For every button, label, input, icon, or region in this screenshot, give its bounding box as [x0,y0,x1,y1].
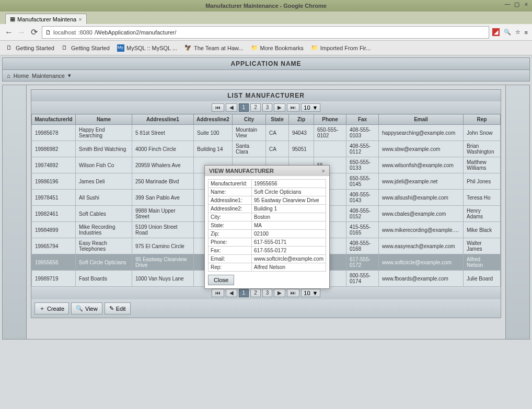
dialog-field-label: Name: [209,188,252,196]
table-cell: www.allsushi@example.com [379,190,464,206]
edit-button[interactable]: ✎Edit [105,302,131,314]
browser-tab[interactable]: ▦ Manufacturer Maintena × [5,14,87,24]
pager-last[interactable]: ⏭ [287,103,299,112]
table-cell: Alfred Nelson [464,254,501,271]
back-button[interactable]: ← [4,28,14,37]
url-path: /WebApplication2/manufacturer/ [95,29,176,36]
pager-page-3[interactable]: 3 [262,289,273,297]
extension-icon[interactable]: ◢ [492,28,500,36]
table-cell: 408-555-0112 [346,141,379,157]
table-cell: 4000 Finch Circle [132,141,194,157]
pager-prev[interactable]: ◀ [226,289,237,297]
dialog-field-label: Addressline2: [209,205,252,213]
column-header[interactable]: Email [379,114,464,125]
dialog-field-label: State: [209,221,252,230]
pencil-icon: ✎ [109,305,114,312]
crumb-home[interactable]: Home [14,73,29,79]
table-cell: www.jdeli@example.net [379,173,464,190]
browser-toolbar: ← → ⟳ 🗋 localhost:8080/WebApplication2/m… [0,24,532,41]
table-cell: Mountain View [233,125,266,141]
bookmark-item[interactable]: MyMySQL :: MySQL ... [117,44,177,52]
pager-next[interactable]: ▶ [274,289,285,297]
home-icon[interactable]: ⌂ [7,73,10,79]
column-header[interactable]: Zip [289,114,314,125]
panel-title: LIST MANUFACTURER [31,90,501,101]
forward-button[interactable]: → [17,28,26,37]
pager-first[interactable]: ⏮ [212,289,224,297]
column-header[interactable]: Addressline2 [194,114,233,125]
page-size-select[interactable]: 10 ▼ [301,103,320,112]
pager-prev[interactable]: ◀ [226,103,237,112]
bookmark-item[interactable]: 🦅The Team at Haw... [184,44,244,52]
table-cell: 408-555-0143 [346,190,379,206]
table-cell: www.fboards@example.com [379,271,464,287]
table-cell: 408-555-0168 [346,238,379,254]
menu-icon[interactable]: ≡ [525,29,528,36]
view-dialog: VIEW MANUFACTURER × ManufacturerId:19955… [204,165,330,289]
tab-close-icon[interactable]: × [78,16,82,22]
table-row[interactable]: 19985678Happy End Searching5 81st Street… [32,125,501,141]
pager-first[interactable]: ⏮ [212,103,224,112]
pager-page-3[interactable]: 3 [262,103,273,112]
bookmark-item[interactable]: 📁More Bookmarks [251,44,304,52]
table-cell: 19986982 [32,141,76,157]
table-cell: www.softcircle@example.com [379,254,464,271]
pager-last[interactable]: ⏭ [287,289,299,297]
url-port: :8080 [78,29,92,36]
pager-page-2[interactable]: 2 [250,289,261,297]
bookmark-item[interactable]: 🗋Getting Started [6,44,54,52]
column-header[interactable]: Phone [314,114,346,125]
bookmark-item[interactable]: 🗋Getting Started [62,44,110,52]
table-cell: 250 Marinade Blvd [132,173,194,190]
pager-top: ⏮ ◀ 1 2 3 ▶ ⏭ 10 ▼ [31,101,501,114]
table-cell: 9988 Main Upper Street [132,206,194,222]
close-window-icon[interactable]: × [523,1,530,8]
window-title: Manufacturer Maintenance - Google Chrome [205,3,327,9]
url-bar[interactable]: 🗋 localhost:8080/WebApplication2/manufac… [42,26,489,39]
table-cell: 19978451 [32,190,76,206]
table-cell: 19965794 [32,238,76,254]
table-cell: 399 San Pablo Ave [132,190,194,206]
pager-page-1[interactable]: 1 [239,289,249,297]
create-button[interactable]: ＋Create [34,302,69,314]
column-header[interactable]: Fax [346,114,379,125]
table-cell: 19955656 [32,254,76,271]
pager-page-2[interactable]: 2 [250,103,261,112]
tab-title: Manufacturer Maintena [17,16,76,22]
maximize-icon[interactable]: ▢ [513,1,521,8]
column-header[interactable]: ManufacturerId [32,114,76,125]
zoom-icon[interactable]: 🔍 [504,29,511,36]
chevron-down-icon[interactable]: ▾ [68,72,71,79]
minimize-icon[interactable]: — [504,1,511,8]
page-size-select[interactable]: 10 ▼ [301,289,320,297]
bookmark-item[interactable]: 📁Imported From Fir... [311,44,371,52]
table-cell: Julie Board [464,271,501,287]
table-row[interactable]: 19986982Smith Bird Watching4000 Finch Ci… [32,141,501,157]
table-cell [314,141,346,157]
star-icon[interactable]: ☆ [515,29,521,36]
dialog-close-icon[interactable]: × [322,168,325,174]
column-header[interactable]: State [266,114,289,125]
table-cell: 19986196 [32,173,76,190]
table-cell: www.mikerecording@example.com [379,222,464,238]
column-header[interactable]: Addressline1 [132,114,194,125]
table-cell: Happy End Searching [76,125,132,141]
table-cell: Teresa Ho [464,190,501,206]
table-cell: Wilson Fish Co [76,157,132,173]
table-cell: James Deli [76,173,132,190]
table-cell: 19982461 [32,206,76,222]
close-button[interactable]: Close [208,275,234,285]
table-cell: www.easyreach@example.com [379,238,464,254]
crumb-maintenance[interactable]: Maintenance [32,73,65,79]
pager-page-1[interactable]: 1 [239,103,249,112]
reload-button[interactable]: ⟳ [29,27,39,37]
dialog-field-label: City: [209,213,252,221]
table-cell: Matthew Williams [464,157,501,173]
table-cell: 5109 Union Street Road [132,222,194,238]
column-header[interactable]: Rep [464,114,501,125]
table-cell: 650-555-0145 [346,173,379,190]
column-header[interactable]: Name [76,114,132,125]
pager-next[interactable]: ▶ [274,103,285,112]
view-button[interactable]: 🔍View [71,302,102,314]
column-header[interactable]: City [233,114,266,125]
